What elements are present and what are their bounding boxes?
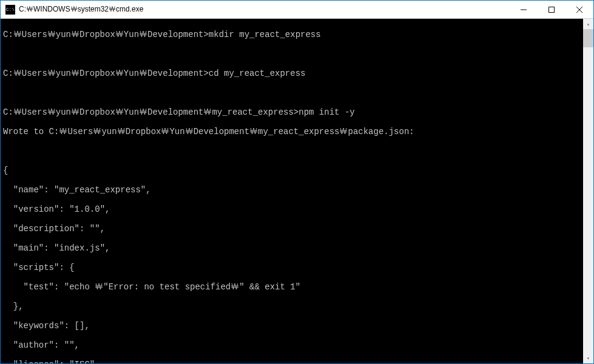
command-text: npm init -y <box>299 107 354 117</box>
json-line: "description": "", <box>3 224 581 234</box>
window-titlebar: C:\ C:￦WINDOWS￦system32￦cmd.exe <box>1 1 593 19</box>
json-line: "name": "my_react_express", <box>3 185 581 195</box>
json-line: "version": "1.0.0", <box>3 204 581 214</box>
json-line: "scripts": { <box>3 263 581 272</box>
scroll-down-arrow-icon[interactable]: ▾ <box>583 353 593 363</box>
json-line: "author": "", <box>3 340 581 350</box>
prompt: C:￦Users￦yun￦Dropbox￦Yun￦Development￦my_… <box>3 107 299 117</box>
terminal-area: C:￦Users￦yun￦Dropbox￦Yun￦Development>mkd… <box>1 19 593 363</box>
command-text: mkdir my_react_express <box>209 30 321 39</box>
prompt: C:￦Users￦yun￦Dropbox￦Yun￦Development> <box>3 30 209 39</box>
output-line: Wrote to C:￦Users￦yun￦Dropbox￦Yun￦Develo… <box>3 127 581 136</box>
json-line: { <box>3 166 581 175</box>
close-button[interactable] <box>565 1 593 18</box>
command-text: cd my_react_express <box>209 69 306 78</box>
window-controls <box>510 1 593 18</box>
json-line: "test": "echo ￦"Error: no test specified… <box>3 282 581 292</box>
json-line: "main": "index.js", <box>3 243 581 253</box>
prompt: C:￦Users￦yun￦Dropbox￦Yun￦Development> <box>3 69 209 78</box>
scroll-up-arrow-icon[interactable]: ▴ <box>583 19 593 29</box>
scrollbar-thumb[interactable] <box>583 29 593 47</box>
json-line: "keywords": [], <box>3 321 581 331</box>
json-line: "license": "ISC" <box>3 360 581 363</box>
vertical-scrollbar[interactable]: ▴ ▾ <box>583 19 593 363</box>
svg-rect-1 <box>549 7 555 12</box>
json-line: }, <box>3 302 581 311</box>
terminal-output[interactable]: C:￦Users￦yun￦Dropbox￦Yun￦Development>mkd… <box>1 19 583 363</box>
maximize-button[interactable] <box>538 1 565 18</box>
window-title: C:￦WINDOWS￦system32￦cmd.exe <box>19 4 510 15</box>
minimize-button[interactable] <box>510 1 538 18</box>
cmd-icon: C:\ <box>5 5 15 15</box>
